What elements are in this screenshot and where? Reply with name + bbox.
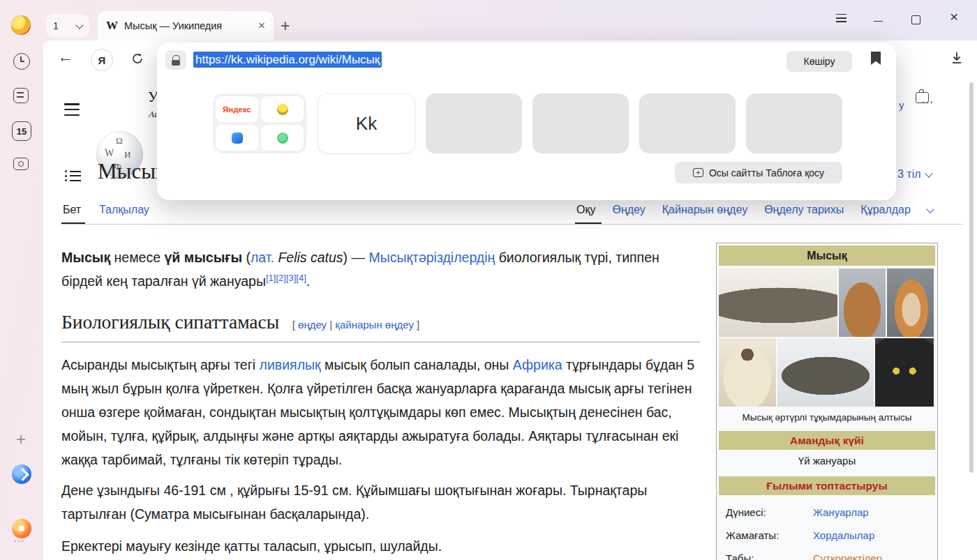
profile-avatar[interactable] xyxy=(11,15,31,35)
tablo-tile-kk-wikipedia[interactable]: Kk xyxy=(318,93,415,153)
ya-letter: Я xyxy=(98,54,106,66)
site-security-button[interactable] xyxy=(165,50,186,70)
page-title: Мысық xyxy=(98,159,166,184)
tab-history[interactable]: Өңделу тарихы xyxy=(764,204,844,216)
latin-name: Felis catus xyxy=(274,250,343,265)
edit-source-link[interactable]: қайнарын өңдеу xyxy=(335,319,414,331)
contents-icon[interactable] xyxy=(65,168,81,184)
screenshot-icon[interactable] xyxy=(13,158,29,170)
yandex-logo-text: Яндекс xyxy=(223,105,251,114)
cat-photo-orange-sitting[interactable] xyxy=(839,268,886,337)
ref-link-4[interactable]: [4] xyxy=(296,273,306,283)
section-heading: Биологиялық сипаттамасы xyxy=(61,311,279,333)
download-icon[interactable] xyxy=(949,50,964,68)
cat-photo-siamese[interactable] xyxy=(719,338,776,407)
sidebar-add-icon[interactable]: + xyxy=(16,432,26,446)
window-minimize-button[interactable] xyxy=(874,21,883,22)
libyan-cat-link[interactable]: ливиялық xyxy=(260,357,321,372)
felidae-link[interactable]: Мысықтәрізділердің xyxy=(368,250,495,265)
tab-edit[interactable]: Өңдеу xyxy=(612,204,645,216)
article-intro: Мысық немесе үй мысығы (лат. Felis catus… xyxy=(61,245,698,293)
service-yandex[interactable]: Яндекс xyxy=(216,96,258,122)
bracket: [ xyxy=(292,319,298,331)
taxonomy-label: Дүниесі: xyxy=(719,501,813,524)
tab-close-icon[interactable]: × xyxy=(258,19,265,33)
tablo-tile-empty[interactable] xyxy=(426,93,522,153)
tab-counter-value: 1 xyxy=(53,20,59,31)
yandex-browser-icon[interactable] xyxy=(12,464,31,484)
cat-photo-tabby-lying[interactable] xyxy=(719,268,837,337)
history-icon[interactable] xyxy=(13,53,30,70)
feed-icon[interactable] xyxy=(13,88,29,103)
africa-link[interactable]: Африка xyxy=(513,357,562,372)
ref-link-1[interactable]: [1] xyxy=(266,273,276,283)
intro-bold-title: Мысық xyxy=(61,250,110,265)
taxonomy-row: Жамағаты: Хордалылар xyxy=(719,524,935,547)
service-icon-4[interactable] xyxy=(261,125,304,151)
tab-edit-source[interactable]: Қайнарын өңдеу xyxy=(662,204,747,216)
section-edit-links: [ өңдеу | қайнарын өңдеу ] xyxy=(292,319,420,331)
class-link[interactable]: Сүтқоректілер xyxy=(813,547,882,560)
add-to-tablo-button[interactable]: + Осы сайтты Таблоға қосу xyxy=(675,162,842,183)
tabs-divider xyxy=(61,224,963,225)
service-icon-3[interactable] xyxy=(216,125,258,151)
infobox-title: Мысық xyxy=(719,245,935,266)
status-header: Амандық күйі xyxy=(719,431,935,450)
window-close-button[interactable]: × xyxy=(950,8,958,25)
browser-tab[interactable]: W Мысық — Уикипедия × xyxy=(98,11,274,40)
lock-icon-body xyxy=(172,60,180,66)
taxonomy-table: Дүниесі: Жануарлар Жамағаты: Хордалылар … xyxy=(719,501,935,560)
window-maximize-button[interactable] xyxy=(911,15,920,24)
back-button[interactable]: ← xyxy=(57,47,73,66)
sidebar-more-icon[interactable]: ⋯ xyxy=(13,534,26,547)
tablo-yandex-services[interactable]: Яндекс xyxy=(213,93,306,153)
new-tab-button[interactable]: + xyxy=(281,17,290,36)
page-scrollbar[interactable] xyxy=(969,82,974,473)
tab-counter[interactable]: 1 xyxy=(46,14,89,38)
status-value: Үй жануары xyxy=(719,450,935,472)
service-icon-2[interactable] xyxy=(261,96,304,122)
phylum-link[interactable]: Хордалылар xyxy=(813,524,874,547)
taxonomy-row: Табы: Сүтқоректілер xyxy=(719,547,935,560)
header-link-fragment[interactable]: у xyxy=(899,99,904,111)
tab-tools[interactable]: Құралдар xyxy=(860,204,911,216)
infobox-caption: Мысық әртүрлі тұқымдарының алтысы xyxy=(720,412,934,423)
window-menu-icon[interactable] xyxy=(836,11,847,24)
tab-count-badge[interactable]: 15 xyxy=(12,121,31,141)
ref-link-3[interactable]: [3] xyxy=(286,273,296,283)
url-selected-text[interactable]: https://kk.wikipedia.org/wiki/Мысық xyxy=(193,52,382,68)
ref-link-2[interactable]: [2] xyxy=(276,273,285,283)
infobox-photos xyxy=(719,268,935,407)
copy-url-button[interactable]: Көшіру xyxy=(786,51,852,72)
yandex-search-button[interactable]: Я xyxy=(91,49,113,71)
tab-page[interactable]: Бет xyxy=(63,204,81,216)
cat-photo-orange-white[interactable] xyxy=(887,268,934,337)
tablo-tile-empty[interactable] xyxy=(639,93,736,153)
bookmark-icon[interactable] xyxy=(871,52,881,65)
refresh-icon[interactable] xyxy=(130,52,144,68)
tablo-tile-empty[interactable] xyxy=(532,93,629,153)
intro-bold-alt: үй мысығы xyxy=(164,250,242,265)
chevron-down-icon[interactable] xyxy=(926,205,934,213)
add-square-icon: + xyxy=(693,168,703,177)
lat-link[interactable]: лат. xyxy=(251,250,274,265)
kingdom-link[interactable]: Жануарлар xyxy=(813,501,869,524)
cat-photo-tabby-walking[interactable] xyxy=(777,338,874,407)
paragraph-text: тұрғындары бұдан 5 мың жыл бұрын қолға ү… xyxy=(61,357,694,467)
taxonomy-row: Дүниесі: Жануарлар xyxy=(719,501,935,524)
wiki-menu-icon[interactable] xyxy=(64,100,80,119)
tablo-tile-empty[interactable] xyxy=(746,93,842,153)
pipe: | xyxy=(327,319,335,331)
tab-title: Мысық — Уикипедия xyxy=(124,20,253,31)
edit-link[interactable]: өңдеу xyxy=(298,319,327,331)
language-button[interactable]: 3 тіл xyxy=(897,168,932,181)
intro-text: ( xyxy=(242,250,251,265)
taxobox: Мысық Мысық әртүрлі тұқымдарының алтысы … xyxy=(716,243,938,560)
paragraph: Асыранды мысықтың арғы тегі ливиялық мыс… xyxy=(61,353,698,471)
tab-talk[interactable]: Талқылау xyxy=(99,204,149,216)
cat-photo-black[interactable] xyxy=(875,338,934,407)
intro-text: ) — xyxy=(343,250,369,265)
address-bar[interactable]: https://kk.wikipedia.org/wiki/Мысық xyxy=(193,53,382,67)
header-more-icon[interactable]: ⋯ xyxy=(921,95,934,109)
tab-read[interactable]: Оқу xyxy=(576,204,595,216)
